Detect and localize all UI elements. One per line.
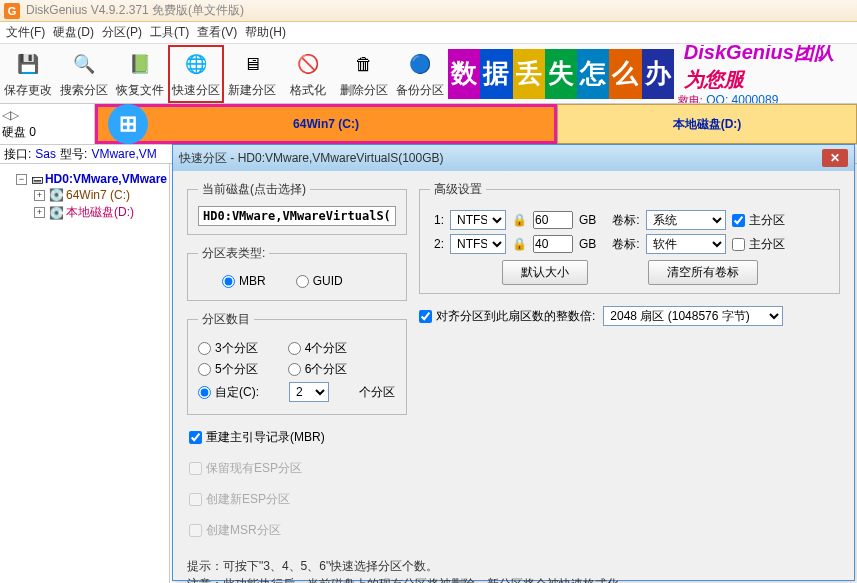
- dialog-tips: 提示：可按下"3、4、5、6"快速选择分区个数。 注意：此功能执行后，当前磁盘上…: [173, 553, 854, 583]
- trash-icon: 🗑: [348, 48, 380, 80]
- disk-nav-arrows[interactable]: ◁ ▷: [2, 108, 92, 122]
- radio-custom[interactable]: 自定(C):: [198, 384, 259, 401]
- fs-select-1[interactable]: NTFS: [450, 210, 506, 230]
- new-icon: 🖥: [236, 48, 268, 80]
- disk-label: 硬盘 0: [2, 124, 92, 141]
- tb-delete[interactable]: 🗑删除分区: [336, 45, 392, 103]
- tree-part-c[interactable]: +💽 64Win7 (C:): [2, 188, 167, 202]
- windows-icon: ⊞: [108, 104, 148, 144]
- align-select[interactable]: 2048 扇区 (1048576 字节): [603, 306, 783, 326]
- tb-recover[interactable]: 📗恢复文件: [112, 45, 168, 103]
- size-input-2[interactable]: [533, 235, 573, 253]
- partition-row-1: 1: NTFS 🔒 GB 卷标: 系统 主分区: [430, 210, 829, 230]
- expand-icon[interactable]: +: [34, 190, 45, 201]
- app-logo-icon: G: [4, 3, 20, 19]
- globe-icon: 🌐: [180, 48, 212, 80]
- close-icon[interactable]: ✕: [822, 149, 848, 167]
- radio-mbr[interactable]: MBR: [222, 274, 266, 288]
- dialog-title: 快速分区 - HD0:VMware,VMwareVirtualS(100GB): [179, 150, 444, 167]
- ad-banner: 数 据 丢 失 怎 么 办 DiskGenius团队为您服 救电: QQ: 40…: [448, 45, 857, 103]
- tb-search[interactable]: 🔍搜索分区: [56, 45, 112, 103]
- search-icon: 🔍: [68, 48, 100, 80]
- toolbar: 💾保存更改 🔍搜索分区 📗恢复文件 🌐快速分区 🖥新建分区 🚫格式化 🗑删除分区…: [0, 44, 857, 104]
- tb-quick-partition[interactable]: 🌐快速分区: [168, 45, 224, 103]
- fs-select-2[interactable]: NTFS: [450, 234, 506, 254]
- chk-align[interactable]: 对齐分区到此扇区数的整数倍:: [419, 308, 595, 325]
- tree-root[interactable]: −🖴 HD0:VMware,VMware: [2, 172, 167, 186]
- recover-icon: 📗: [124, 48, 156, 80]
- tb-backup[interactable]: 🔵备份分区: [392, 45, 448, 103]
- tb-save[interactable]: 💾保存更改: [0, 45, 56, 103]
- radio-3[interactable]: 3个分区: [198, 340, 258, 357]
- expand-icon[interactable]: +: [34, 207, 45, 218]
- chk-primary-2[interactable]: 主分区: [732, 236, 785, 253]
- current-disk-input[interactable]: [198, 206, 396, 226]
- tb-format[interactable]: 🚫格式化: [280, 45, 336, 103]
- menu-view[interactable]: 查看(V): [197, 24, 237, 41]
- tb-new-partition[interactable]: 🖥新建分区: [224, 45, 280, 103]
- window-title: DiskGenius V4.9.2.371 免费版(单文件版): [26, 2, 244, 19]
- disk-map: ◁ ▷ 硬盘 0 ⊞ 64Win7 (C:) 本地磁盘(D:): [0, 104, 857, 144]
- lock-icon[interactable]: 🔒: [512, 213, 527, 227]
- clear-vol-button[interactable]: 清空所有卷标: [648, 260, 758, 285]
- radio-6[interactable]: 6个分区: [288, 361, 348, 378]
- disk-selector: ◁ ▷ 硬盘 0: [0, 104, 95, 144]
- menubar: 文件(F) 硬盘(D) 分区(P) 工具(T) 查看(V) 帮助(H): [0, 22, 857, 44]
- advanced-group: 高级设置 1: NTFS 🔒 GB 卷标: 系统 主分区 2: NTFS 🔒: [419, 181, 840, 294]
- radio-guid[interactable]: GUID: [296, 274, 343, 288]
- partition-d[interactable]: 本地磁盘(D:): [557, 104, 857, 144]
- chk-rebuild-mbr[interactable]: 重建主引导记录(MBR): [189, 429, 405, 446]
- partition-row-2: 2: NTFS 🔒 GB 卷标: 软件 主分区: [430, 234, 829, 254]
- current-disk-group: 当前磁盘(点击选择): [187, 181, 407, 235]
- custom-count-select[interactable]: 2: [289, 382, 329, 402]
- partition-c[interactable]: ⊞ 64Win7 (C:): [95, 104, 557, 144]
- disk-tree: −🖴 HD0:VMware,VMware +💽 64Win7 (C:) +💽 本…: [0, 164, 170, 583]
- chk-new-esp: 创建新ESP分区: [189, 491, 405, 508]
- save-icon: 💾: [12, 48, 44, 80]
- ptype-group: 分区表类型: MBR GUID: [187, 245, 407, 301]
- dialog-titlebar[interactable]: 快速分区 - HD0:VMware,VMwareVirtualS(100GB) …: [173, 145, 854, 171]
- menu-disk[interactable]: 硬盘(D): [53, 24, 94, 41]
- vol-select-1[interactable]: 系统: [646, 210, 726, 230]
- quick-partition-dialog: 快速分区 - HD0:VMware,VMwareVirtualS(100GB) …: [172, 144, 855, 581]
- default-size-button[interactable]: 默认大小: [502, 260, 588, 285]
- radio-4[interactable]: 4个分区: [288, 340, 348, 357]
- size-input-1[interactable]: [533, 211, 573, 229]
- chk-primary-1[interactable]: 主分区: [732, 212, 785, 229]
- menu-help[interactable]: 帮助(H): [245, 24, 286, 41]
- menu-partition[interactable]: 分区(P): [102, 24, 142, 41]
- backup-icon: 🔵: [404, 48, 436, 80]
- count-group: 分区数目 3个分区4个分区 5个分区6个分区 自定(C): 2 个分区: [187, 311, 407, 415]
- menu-tools[interactable]: 工具(T): [150, 24, 189, 41]
- chk-msr: 创建MSR分区: [189, 522, 405, 539]
- tree-part-d[interactable]: +💽 本地磁盘(D:): [2, 204, 167, 221]
- titlebar: G DiskGenius V4.9.2.371 免费版(单文件版): [0, 0, 857, 22]
- collapse-icon[interactable]: −: [16, 174, 27, 185]
- lock-icon[interactable]: 🔒: [512, 237, 527, 251]
- radio-5[interactable]: 5个分区: [198, 361, 258, 378]
- format-icon: 🚫: [292, 48, 324, 80]
- menu-file[interactable]: 文件(F): [6, 24, 45, 41]
- vol-select-2[interactable]: 软件: [646, 234, 726, 254]
- chk-keep-esp: 保留现有ESP分区: [189, 460, 405, 477]
